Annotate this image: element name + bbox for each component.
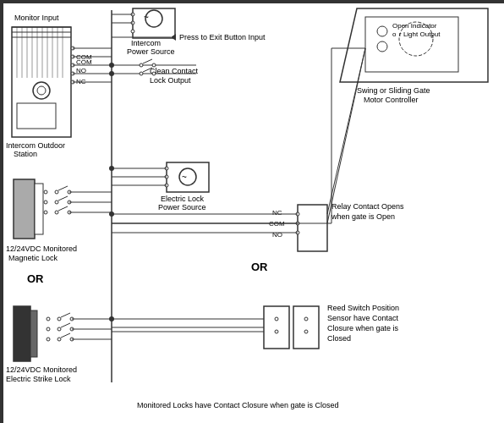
svg-point-103	[47, 327, 50, 331]
svg-point-87	[44, 211, 47, 214]
electric-lock-power-label2: Power Source	[158, 203, 206, 212]
svg-point-108	[58, 327, 61, 331]
or-label-left: OR	[27, 272, 44, 285]
electric-strike-label: 12/24VDC Monitored	[6, 365, 77, 374]
wiring-diagram: Monitor Input COM NO COM NC Intercom Out…	[0, 0, 504, 423]
no-label: NO	[272, 231, 282, 239]
reed-switch-label2: Sensor have Contact	[327, 314, 399, 322]
svg-rect-27	[133, 8, 175, 38]
magnetic-lock-label: 12/24VDC Monitored	[6, 244, 77, 253]
svg-point-88	[55, 190, 58, 194]
svg-rect-84	[35, 184, 43, 234]
intercom-power-label2: Power Source	[127, 47, 175, 56]
relay-contact-label: Relay Contact Opens	[331, 202, 404, 211]
reed-switch-label3: Closure when gate is	[327, 324, 399, 332]
svg-point-120	[109, 212, 114, 217]
svg-point-77	[275, 317, 278, 321]
svg-point-94	[55, 211, 58, 214]
svg-point-85	[44, 190, 47, 194]
svg-rect-75	[264, 306, 289, 349]
open-indicator-label: Open Indicator	[392, 22, 437, 30]
or-label-top: OR	[251, 261, 268, 273]
svg-text:o: o	[392, 30, 397, 38]
clean-contact-label2: Lock Output	[150, 76, 191, 85]
svg-point-117	[109, 63, 114, 68]
electric-lock-power-label: Electric Lock	[161, 195, 205, 203]
svg-rect-83	[14, 179, 35, 239]
svg-point-80	[304, 330, 308, 333]
intercom-outdoor-label: Intercom Outdoor	[6, 141, 65, 150]
svg-point-48	[140, 72, 143, 75]
magnetic-lock-label2: Magnetic Lock	[8, 254, 58, 262]
svg-point-32	[131, 30, 134, 33]
svg-point-50	[152, 72, 156, 75]
reed-switch-label4: Closed	[327, 334, 351, 343]
svg-point-16	[37, 86, 46, 95]
svg-point-91	[55, 201, 58, 204]
svg-rect-101	[30, 310, 37, 357]
svg-point-121	[109, 316, 114, 321]
nc-label: NC	[272, 209, 282, 217]
intercom-power-label: Intercom	[131, 39, 161, 47]
svg-point-104	[47, 338, 50, 341]
svg-rect-17	[17, 103, 56, 129]
svg-rect-76	[293, 306, 319, 349]
swing-gate-label: Swing or Sliding Gate	[357, 86, 430, 95]
electric-strike-label2: Electric Strike Lock	[6, 375, 71, 383]
monitor-input-label: Monitor Input	[14, 14, 59, 22]
svg-text:r Light Output: r Light Output	[399, 30, 441, 38]
svg-text:~: ~	[182, 173, 187, 182]
svg-point-86	[44, 201, 47, 204]
swing-gate-label2: Motor Controller	[364, 96, 419, 104]
svg-point-119	[109, 166, 114, 171]
svg-point-118	[109, 71, 114, 76]
svg-point-102	[47, 317, 50, 321]
svg-point-47	[152, 63, 156, 67]
svg-point-105	[58, 317, 61, 321]
svg-point-111	[58, 338, 61, 341]
svg-rect-51	[167, 162, 209, 192]
svg-point-45	[140, 63, 143, 67]
relay-contact-label2: when gate is Open	[331, 212, 395, 221]
svg-point-78	[275, 330, 278, 333]
svg-rect-100	[14, 306, 30, 361]
svg-point-79	[304, 317, 308, 321]
reed-switch-label: Reed Switch Position	[327, 304, 399, 312]
svg-point-61	[377, 26, 387, 36]
monitored-locks-label: Monitored Locks have Contact Closure whe…	[137, 401, 339, 409]
intercom-outdoor-label2: Station	[14, 150, 37, 158]
press-to-exit-label: Press to Exit Button Input	[179, 33, 266, 41]
svg-point-62	[377, 41, 387, 52]
svg-rect-66	[298, 205, 327, 251]
